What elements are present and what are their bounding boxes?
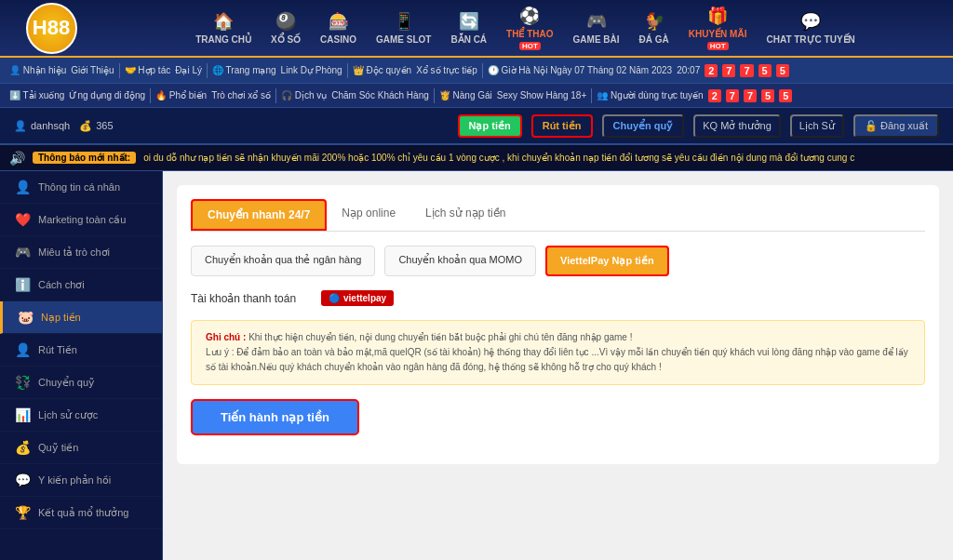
- dang-xuat-button[interactable]: 🔓 Đăng xuất: [853, 114, 939, 138]
- dang-xuat-label: Đăng xuất: [880, 120, 928, 132]
- nang-gai[interactable]: 👸 Nàng Gái: [439, 90, 492, 100]
- nav-trang-chu[interactable]: 🏠 TRANG CHỦ: [188, 7, 259, 49]
- nhan-hieu[interactable]: 👤 Nhận hiệu: [9, 65, 66, 75]
- ticker-text: oi du dỗ như nạp tiền sẽ nhận khuyến mãi…: [143, 153, 854, 163]
- nav-game-bai-label: GAME BÀI: [573, 34, 620, 45]
- sidebar-rut-tien-label: Rút Tiền: [38, 344, 77, 356]
- tab-nap-online[interactable]: Nạp online: [327, 199, 410, 231]
- ket-qua-icon: 🏆: [14, 505, 31, 520]
- cham-soc[interactable]: Chăm Sóc Khách Hàng: [331, 90, 429, 100]
- online-digit-3: 7: [744, 89, 757, 102]
- logout-icon: 🔓: [865, 120, 878, 132]
- dich-vu[interactable]: 🎧 Dịch vụ: [281, 90, 327, 100]
- time-display: 20:07: [677, 65, 700, 75]
- sidebar-quy-tien-label: Quỹ tiền: [38, 442, 78, 454]
- nap-tien-button[interactable]: Nạp tiền: [458, 114, 522, 138]
- account-row: Tài khoản thanh toán 🔵 viettelpay: [191, 290, 925, 306]
- tab-momo[interactable]: Chuyển khoản qua MOMO: [384, 246, 536, 276]
- nav-casino-label: CASINO: [320, 34, 356, 45]
- hop-tac[interactable]: 🤝 Hợp tác: [125, 65, 171, 75]
- nav-game-slot[interactable]: 📱 GAME SLOT: [369, 7, 438, 49]
- cach-choi-icon: ℹ️: [14, 277, 31, 292]
- tab-lich-su-nap[interactable]: Lịch sử nạp tiền: [410, 199, 520, 231]
- sexy-show[interactable]: Sexy Show Hàng 18+: [497, 90, 586, 100]
- doc-quyen[interactable]: 👑 Độc quyền: [353, 65, 411, 75]
- nav-trang-chu-label: TRANG CHỦ: [195, 34, 251, 45]
- nav-da-ga[interactable]: 🐓 ĐÁ GÀ: [632, 7, 677, 49]
- banca-icon: 🔄: [459, 11, 479, 32]
- nav-ban-ca[interactable]: 🔄 BẮN CÁ: [443, 7, 494, 49]
- tab-ngan-hang[interactable]: Chuyển khoản qua thẻ ngân hàng: [191, 246, 375, 276]
- logo[interactable]: H88: [9, 3, 93, 54]
- sidebar-item-rut-tien[interactable]: 👤 Rút Tiền: [0, 334, 162, 367]
- nav-game-bai[interactable]: 🎮 GAME BÀI: [566, 7, 627, 49]
- main-layout: 👤 Thông tin cá nhân ❤️ Marketing toàn cầ…: [0, 171, 953, 560]
- time-digit-1: 2: [705, 64, 718, 77]
- sidebar-item-cach-choi[interactable]: ℹ️ Cách chơi: [0, 269, 162, 301]
- nav-casino[interactable]: 🎰 CASINO: [313, 7, 364, 49]
- nav-items: 🏠 TRANG CHỦ 🎱 XỔ SỐ 🎰 CASINO 📱 GAME SLOT…: [107, 1, 944, 55]
- lich-su-button[interactable]: Lịch Sử: [790, 114, 844, 138]
- user-icon: 👤: [14, 120, 27, 132]
- thethao-icon: ⚽: [519, 6, 540, 26]
- nap-tien-icon: 🐷: [17, 310, 34, 325]
- tab-chuyen-nhanh[interactable]: Chuyển nhanh 24/7: [191, 199, 327, 231]
- sidebar-item-marketing[interactable]: ❤️ Marketing toàn cầu: [0, 204, 162, 236]
- xoso-icon: 🎱: [275, 11, 296, 32]
- online-digit-4: 5: [761, 89, 774, 102]
- chuyen-quy-button[interactable]: Chuyển quỹ: [602, 114, 685, 138]
- sidebar-cach-choi-label: Cách chơi: [38, 279, 85, 291]
- user-bar: 👤 danhsqh 💰 365 Nạp tiền Rút tiền Chuyển…: [0, 108, 953, 145]
- marketing-icon: ❤️: [14, 212, 31, 227]
- proceed-deposit-button[interactable]: Tiến hành nạp tiền: [191, 399, 359, 435]
- nav-chat[interactable]: 💬 CHAT TRỰC TUYẾN: [758, 7, 862, 49]
- thong-tin-icon: 👤: [14, 180, 31, 194]
- sidebar-item-thong-tin[interactable]: 👤 Thông tin cá nhân: [0, 171, 162, 204]
- pho-bien[interactable]: 🔥 Phổ biến: [155, 90, 207, 100]
- sidebar-item-lich-su-cuoc[interactable]: 📊 Lịch sử cược: [0, 399, 162, 432]
- sidebar-y-kien-label: Y kiến phản hồi: [38, 474, 111, 487]
- payment-tabs: Chuyển khoản qua thẻ ngân hàng Chuyển kh…: [191, 246, 925, 276]
- nav-ban-ca-label: BẮN CÁ: [450, 34, 487, 45]
- online-digit-5: 5: [779, 89, 792, 102]
- nguoi-dung: 👥 Người dùng trực tuyến: [597, 90, 703, 100]
- ung-dung-di-dong[interactable]: Ứng dụng di động: [69, 90, 145, 100]
- sidebar-lich-su-cuoc-label: Lịch sử cược: [38, 409, 98, 421]
- sidebar-item-y-kien[interactable]: 💬 Y kiến phản hồi: [0, 464, 162, 497]
- online-digit-2: 7: [726, 89, 739, 102]
- tro-choi-xo-so[interactable]: Trò chơi xổ số: [211, 90, 271, 100]
- sidebar-item-chuyen-quy[interactable]: 💱 Chuyển quỹ: [0, 367, 162, 399]
- mo-thuong-button[interactable]: KQ Mở thưởng: [693, 114, 781, 138]
- xo-so-truc-tiep[interactable]: Xổ số trực tiếp: [416, 65, 477, 75]
- nav-xo-so[interactable]: 🎱 XỔ SỐ: [263, 7, 308, 49]
- content-inner: Chuyển nhanh 24/7 Nạp online Lịch sử nạp…: [177, 185, 939, 464]
- speaker-icon: 🔊: [9, 151, 25, 166]
- trang-mang[interactable]: 🌐 Trang mạng: [212, 65, 276, 75]
- divider1: [119, 63, 120, 78]
- note-box: Ghi chú : Khi thực hiện chuyển tiền, nội…: [191, 320, 925, 385]
- sub-header-row1: 👤 Nhận hiệu Giới Thiệu 🤝 Hợp tác Đại Lý …: [0, 58, 953, 84]
- sidebar-item-mieu-ta[interactable]: 🎮 Miêu tả trò chơi: [0, 236, 162, 269]
- link-du-phong[interactable]: Link Dự Phòng: [281, 65, 342, 75]
- tai-xuong[interactable]: ⬇️ Tải xuống: [9, 90, 64, 100]
- nav-khuyen-mai[interactable]: 🎁 KHUYẾN MÃI hot: [681, 1, 755, 55]
- sidebar: 👤 Thông tin cá nhân ❤️ Marketing toàn cầ…: [0, 171, 163, 560]
- gameslot-icon: 📱: [394, 11, 414, 32]
- rut-tien-button[interactable]: Rút tiền: [531, 114, 593, 138]
- tab-viettelpay[interactable]: ViettelPay Nạp tiền: [545, 246, 669, 276]
- nav-the-thao[interactable]: ⚽ THỂ THAO hot: [499, 1, 560, 55]
- chuyen-quy-icon: 💱: [14, 375, 31, 390]
- balance: 365: [96, 120, 113, 131]
- nav-da-ga-label: ĐÁ GÀ: [639, 34, 669, 45]
- gamebai-icon: 🎮: [586, 11, 607, 32]
- sidebar-item-ket-qua[interactable]: 🏆 Kết quả mổ thưởng: [0, 497, 162, 529]
- divider7: [434, 88, 435, 103]
- sidebar-item-quy-tien[interactable]: 💰 Quỹ tiền: [0, 432, 162, 464]
- nav-the-thao-label: THỂ THAO: [506, 29, 553, 39]
- gioi-thieu[interactable]: Giới Thiệu: [71, 65, 114, 75]
- dai-ly[interactable]: Đại Lý: [175, 65, 202, 75]
- balance-info: 💰 365: [79, 120, 113, 132]
- sidebar-nap-tien-label: Nạp tiền: [41, 312, 81, 324]
- note-line2: Lưu ý : Để đảm bảo an toàn và bảo mật,mã…: [206, 345, 910, 375]
- sidebar-item-nap-tien[interactable]: 🐷 Nạp tiền: [0, 301, 162, 334]
